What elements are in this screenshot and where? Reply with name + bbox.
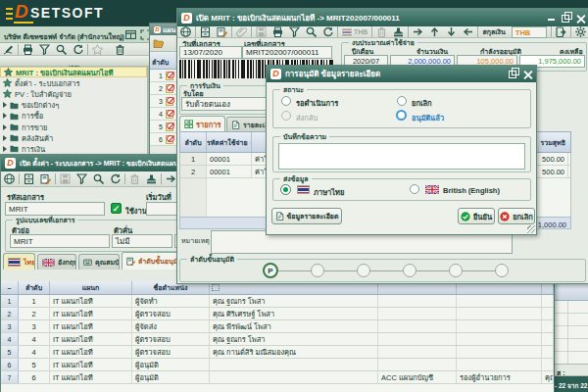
radio-english[interactable] [410, 184, 419, 194]
save-icon[interactable] [256, 26, 267, 37]
table-row[interactable]: 5 [150, 121, 179, 133]
stamp-icon[interactable] [393, 26, 404, 37]
thb-flag-icon[interactable]: THB [342, 28, 368, 36]
cabinet-icon[interactable] [24, 173, 34, 184]
tab-items[interactable]: รายการ [179, 116, 225, 131]
radio-approved[interactable] [396, 110, 407, 121]
menu-item-settings[interactable]: ตั้งค่า - ระบบเอกสาร [0, 77, 147, 88]
arrow-left-icon[interactable] [463, 26, 473, 37]
active-checkbox[interactable]: ✓ [111, 203, 122, 214]
table-row[interactable]: 1 1 IT แผนกไอที ผู้จัดทำ คุณ ฐณกร โพสา [1, 295, 554, 308]
toolbar-divider [124, 173, 125, 184]
attach-icon[interactable] [236, 26, 247, 37]
search-icon[interactable] [56, 44, 67, 55]
header-seq[interactable]: ลำดับ [180, 132, 207, 152]
tab-approval-levels[interactable]: ลำดับขั้นอนุมัติ [122, 252, 182, 270]
minimize-button[interactable] [547, 14, 556, 23]
approval-step-4[interactable] [403, 264, 416, 277]
menu-item-purchase[interactable]: การซื้อ [0, 111, 147, 122]
approval-step-5[interactable] [449, 264, 463, 277]
refresh-icon[interactable] [110, 173, 121, 184]
approval-step-1[interactable]: P [263, 263, 278, 278]
table-row[interactable]: 4 [150, 108, 179, 121]
confirm-button[interactable]: ยืนยัน [458, 208, 495, 224]
dialog-titlebar[interactable]: D การอนุมัติ ข้อมูลรายละเอียด [267, 66, 536, 82]
printer-icon[interactable] [23, 44, 33, 55]
cancel-button[interactable]: ยกเลิก [498, 208, 535, 224]
search-icon[interactable] [306, 26, 317, 37]
radio-return[interactable] [281, 111, 291, 121]
currency-input[interactable]: THB [512, 26, 547, 38]
edit-form-icon[interactable] [217, 26, 227, 37]
separator-input[interactable]: ไม่มี [112, 234, 172, 248]
stamp-icon[interactable] [146, 173, 157, 184]
table-row[interactable]: 2 [150, 82, 179, 95]
filter-icon[interactable] [76, 173, 87, 184]
approval-step-6[interactable] [495, 264, 509, 277]
filter-icon[interactable] [289, 26, 300, 37]
close-button[interactable] [523, 70, 532, 78]
layout-icon[interactable] [125, 29, 136, 40]
resize-grip[interactable] [527, 225, 535, 233]
table-row[interactable]: 5 4 IT แผนกไอที ผู้ตรวจสอบ คุณ กานต์สิริ… [1, 346, 554, 359]
printer-icon[interactable] [272, 26, 283, 37]
header-code[interactable]: รหัสค่าใช้จ่าย [207, 132, 252, 152]
detail-button[interactable]: ข้อมูลรายละเอียด [271, 208, 342, 224]
globe-icon[interactable] [180, 26, 191, 37]
refresh-icon[interactable] [73, 44, 83, 55]
save-icon[interactable] [60, 173, 71, 184]
arrow-right-icon[interactable] [413, 26, 423, 37]
cell-position: ผู้อนุมัติ [132, 371, 210, 383]
table-row[interactable]: 6 5 IT แผนกไอที ผู้อนุมัติ [1, 359, 554, 371]
menu-item-requests[interactable]: ขอเบิกต่างๆ [0, 100, 147, 111]
restore-button[interactable] [509, 70, 517, 78]
menu-item-pv[interactable]: PV : ใบสำคัญจ่าย [0, 88, 147, 99]
open-folder-icon[interactable] [153, 38, 164, 49]
radio-pending[interactable] [281, 96, 291, 106]
exit-icon[interactable] [556, 26, 566, 37]
tab-thai[interactable]: ไทย [3, 253, 35, 270]
menu-item-mrit[interactable]: MRIT : ขอเบิกเงินสดแผนกไอที [0, 67, 147, 77]
table-row[interactable]: 3 3 IT แผนกไอที ผู้จัดส่ง คุณ พีรพัฒน์ โ… [1, 320, 554, 333]
globe-icon[interactable] [4, 173, 15, 184]
table-row[interactable]: 3 [150, 95, 179, 108]
filter-icon[interactable] [39, 44, 50, 55]
arrow-right-icon[interactable] [166, 173, 176, 184]
table-row[interactable]: 7 6 IT แผนกไอที ผู้อนุมัติ ACC แผนกบัญชี… [1, 371, 554, 384]
prefix-input[interactable]: MRIT [10, 234, 110, 248]
edit-form-icon[interactable] [40, 173, 51, 184]
search-icon[interactable] [93, 173, 104, 184]
radio-thai[interactable] [280, 184, 291, 195]
refresh-icon[interactable] [322, 26, 333, 37]
doc-date-input[interactable]: 13/07/2020 [179, 46, 242, 59]
table-row[interactable]: 1 [150, 70, 179, 82]
gear-icon[interactable] [575, 26, 586, 37]
header-dept[interactable]: แผนก [50, 281, 132, 294]
tab-properties[interactable]: คุณสมบัติ [78, 254, 120, 270]
star-icon[interactable] [92, 44, 103, 55]
menu-item-finance[interactable]: การเงิน [0, 143, 147, 154]
signature-icon[interactable] [3, 44, 14, 55]
close-button[interactable] [576, 14, 585, 23]
mrit-window-titlebar[interactable]: D เปิด MRIT : ขอเบิกเงินสดแผนกไอที -> MR… [177, 9, 588, 26]
doc-no-input[interactable]: MRIT202007/000011 [242, 46, 332, 59]
restore-button[interactable] [562, 14, 570, 23]
table-row[interactable]: 6 [150, 133, 179, 146]
approval-step-3[interactable] [357, 264, 370, 277]
menu-item-inventory[interactable]: คลังสินค้า [0, 132, 147, 143]
trash-icon[interactable] [129, 173, 140, 184]
trash-icon[interactable] [376, 26, 387, 37]
approval-step-2[interactable] [311, 264, 324, 277]
header-seq[interactable]: ลำดับ [19, 281, 50, 294]
note-textarea[interactable] [278, 143, 525, 170]
trash-icon[interactable] [115, 44, 125, 55]
table-row[interactable]: 2 2 IT แผนกไอที ผู้ตรวจสอบ คุณ ศิริเศรษฐ… [1, 308, 554, 320]
doc-code-input[interactable]: MRIT [5, 202, 105, 216]
table-row[interactable]: 4 4 IT แผนกไอที ผู้ตรวจสอบ คุณ ฐณกร โพสา [1, 333, 554, 346]
cabinet-icon[interactable] [200, 26, 211, 37]
arrow-down-icon[interactable] [446, 26, 457, 37]
arrow-up-icon[interactable] [429, 26, 440, 37]
tab-english[interactable]: อังกฤษ [37, 254, 76, 270]
menu-item-sales[interactable]: การขาย [0, 122, 147, 132]
radio-cancel[interactable] [397, 96, 407, 106]
